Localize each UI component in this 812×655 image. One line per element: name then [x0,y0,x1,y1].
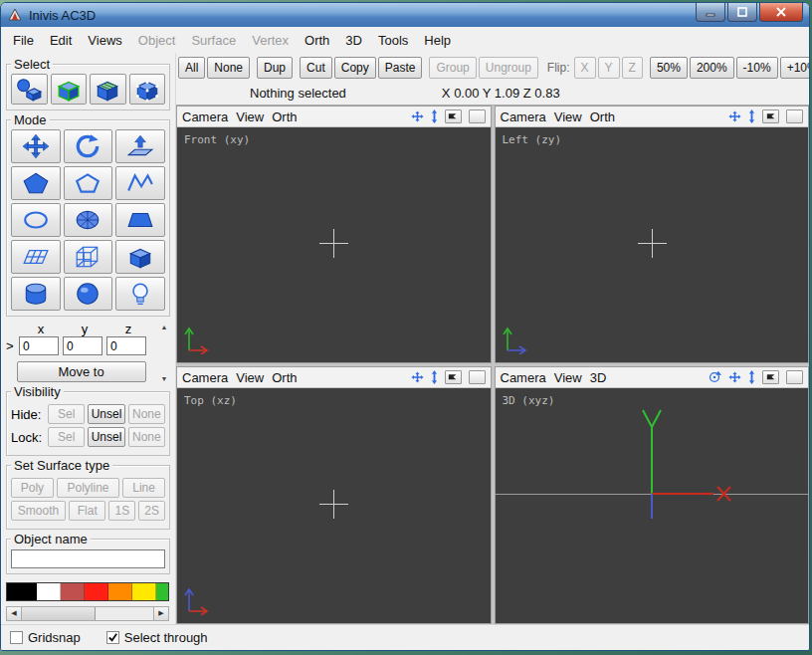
maximize-viewport-button[interactable] [786,370,803,384]
reset-view-button[interactable] [762,370,779,384]
view-menu[interactable]: View [236,370,264,385]
zoom-view-icon[interactable] [748,370,755,384]
paste-button[interactable]: Paste [378,57,423,79]
viewport-top-canvas[interactable]: Top (xz) [177,388,491,623]
reset-view-button[interactable] [445,109,462,123]
select-through-checkbox[interactable] [106,631,119,644]
orbit-view-icon[interactable] [708,370,721,384]
polyline-button[interactable]: Polyline [57,478,119,498]
cube-tool-button[interactable] [115,240,165,274]
lock-sel-button[interactable]: Sel [48,427,85,447]
menu-views[interactable]: Views [80,30,129,51]
gridsnap-checkbox[interactable] [10,631,23,644]
pan-view-icon[interactable] [728,110,741,122]
projection-menu[interactable]: Orth [272,109,297,124]
menu-tools[interactable]: Tools [370,30,416,51]
cut-button[interactable]: Cut [300,57,332,79]
color-swatch[interactable] [132,583,156,600]
closed-line-tool-button[interactable] [64,166,113,200]
menu-object[interactable]: Object [130,30,184,51]
scrollbar-thumb[interactable] [22,607,96,620]
rotate-tool-button[interactable] [64,129,113,163]
move-tool-button[interactable] [11,129,61,163]
object-select-button[interactable] [51,74,88,105]
color-swatch[interactable] [156,583,169,600]
rectangle-tool-button[interactable] [115,203,165,237]
minimize-button[interactable] [696,3,725,22]
projection-menu[interactable]: 3D [590,370,607,385]
select-none-button[interactable]: None [207,57,250,79]
menu-3d[interactable]: 3D [337,30,370,51]
scroll-right-icon[interactable]: ▶ [153,607,168,620]
camera-menu[interactable]: Camera [182,109,228,124]
zoom-50-button[interactable]: 50% [650,57,688,79]
reset-view-button[interactable] [762,109,779,123]
flat-button[interactable]: Flat [69,501,105,521]
reset-view-button[interactable] [445,370,462,384]
menu-vertex[interactable]: Vertex [244,30,297,51]
camera-menu[interactable]: Camera [501,370,546,385]
color-swatch[interactable] [85,583,108,600]
flip-z-button[interactable]: Z [622,57,643,79]
menu-file[interactable]: File [5,30,42,51]
sphere-tool-button[interactable] [64,277,113,311]
menu-help[interactable]: Help [416,30,459,51]
camera-menu[interactable]: Camera [182,370,228,385]
group-button[interactable]: Group [429,57,476,79]
viewport-left-canvas[interactable]: Left (zy) [496,127,809,362]
flip-x-button[interactable]: X [574,57,596,79]
close-button[interactable] [759,3,803,22]
pan-view-icon[interactable] [411,110,424,122]
hide-none-button[interactable]: None [128,404,165,424]
maximize-button[interactable] [727,3,757,22]
viewport-3d-canvas[interactable]: 3D (xyz) [496,388,809,623]
zoom-view-icon[interactable] [431,109,438,123]
poly-button[interactable]: Poly [11,478,54,498]
maximize-viewport-button[interactable] [786,109,803,123]
viewport-front-canvas[interactable]: Front (xy) [177,127,491,362]
hide-unsel-button[interactable]: Unsel [88,404,124,424]
color-swatch[interactable] [7,583,37,600]
move-to-button[interactable]: Move to [17,361,146,382]
menu-orth[interactable]: Orth [297,30,337,51]
lock-none-button[interactable]: None [128,427,165,447]
zoom-200-button[interactable]: 200% [690,57,734,79]
group-select-button[interactable] [11,74,48,105]
cylinder-tool-button[interactable] [11,277,61,311]
projection-menu[interactable]: Orth [590,109,615,124]
camera-menu[interactable]: Camera [501,109,546,124]
z-coordinate-input[interactable] [106,336,146,355]
titlebar[interactable]: Inivis AC3D [1,3,809,27]
y-coordinate-input[interactable] [63,336,102,355]
lock-unsel-button[interactable]: Unsel [88,427,124,447]
smooth-button[interactable]: Smooth [11,501,66,521]
extrude-tool-button[interactable] [115,129,165,163]
scroll-left-icon[interactable]: ◀ [7,607,22,620]
maximize-viewport-button[interactable] [469,370,486,384]
hide-sel-button[interactable]: Sel [48,404,85,424]
flip-y-button[interactable]: Y [598,57,620,79]
maximize-viewport-button[interactable] [469,109,486,123]
vertex-select-button[interactable] [129,74,166,105]
pan-view-icon[interactable] [411,371,424,383]
select-all-button[interactable]: All [178,57,205,79]
duplicate-button[interactable]: Dup [257,57,293,79]
line-tool-button[interactable] [115,166,165,200]
polygon-tool-button[interactable] [11,166,61,200]
view-menu[interactable]: View [554,370,582,385]
x-coordinate-input[interactable] [19,336,59,355]
ellipse-tool-button[interactable] [11,203,61,237]
mesh-tool-button[interactable] [11,240,61,274]
zoom-view-icon[interactable] [748,109,755,123]
light-tool-button[interactable] [115,277,165,311]
spinner-up-icon[interactable]: ▲ [161,324,168,330]
gridsnap-option[interactable]: Gridsnap [10,630,81,645]
menu-edit[interactable]: Edit [42,30,80,51]
one-sided-button[interactable]: 1S [108,501,135,521]
zoom-view-icon[interactable] [431,370,438,384]
menu-surface[interactable]: Surface [183,30,244,51]
view-menu[interactable]: View [554,109,582,124]
color-swatch[interactable] [108,583,132,600]
surface-select-button[interactable] [90,74,126,105]
copy-button[interactable]: Copy [334,57,376,79]
